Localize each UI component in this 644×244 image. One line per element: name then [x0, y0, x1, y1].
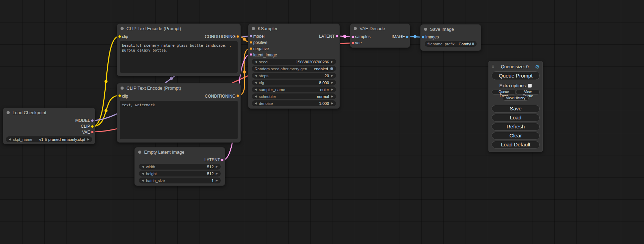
view-queue-button[interactable]: View Queue	[516, 90, 540, 94]
queue-prompt-button[interactable]: Queue Prompt	[492, 71, 540, 80]
node-title-bar[interactable]: Empty Latent Image	[135, 147, 225, 156]
pin-clip-output[interactable]	[91, 125, 94, 128]
increment-arrow-icon[interactable]: ▶	[87, 136, 89, 142]
height-widget[interactable]: ◀ height 512 ▶	[139, 171, 221, 177]
increment-arrow-icon[interactable]: ▶	[331, 73, 333, 79]
output-slot-latent: LATENT	[319, 33, 335, 39]
pin-model-input[interactable]	[249, 35, 253, 38]
scheduler-widget[interactable]: ◀ scheduler normal ▶	[252, 93, 336, 99]
pin-latent-output[interactable]	[221, 159, 224, 162]
collapse-dot-icon[interactable]	[7, 111, 10, 114]
drag-handle-icon[interactable]: ⠿	[492, 64, 494, 69]
decrement-arrow-icon[interactable]: ◀	[9, 136, 11, 142]
pin-vae-output[interactable]	[91, 130, 94, 134]
pin-conditioning-output[interactable]	[236, 35, 239, 38]
input-slot-clip: clip	[122, 93, 128, 99]
pin-vae-input[interactable]	[351, 42, 354, 45]
collapse-dot-icon[interactable]	[121, 87, 124, 90]
node-title: Save Image	[430, 27, 454, 32]
widget-name: steps	[259, 74, 268, 78]
node-title-bar[interactable]: Save Image	[421, 25, 481, 34]
denoise-widget[interactable]: ◀ denoise 1.000 ▶	[252, 100, 336, 106]
ckpt-name-widget[interactable]: ◀ ckpt_name v1-5-pruned-emaonly.ckpt ▶	[6, 136, 92, 142]
decrement-arrow-icon[interactable]: ◀	[255, 93, 257, 99]
random-seed-toggle-dot[interactable]	[330, 67, 333, 70]
save-button[interactable]: Save	[492, 105, 540, 112]
pin-conditioning-output[interactable]	[236, 94, 239, 97]
node-title-bar[interactable]: Load Checkpoint	[3, 108, 95, 117]
pin-images-input[interactable]	[422, 36, 425, 39]
steps-widget[interactable]: ◀ steps 20 ▶	[252, 73, 336, 79]
node-graph-canvas[interactable]: Load Checkpoint MODEL CLIP VAE ◀ ckpt_na…	[0, 0, 644, 244]
collapse-dot-icon[interactable]	[354, 27, 357, 30]
pin-clip-input[interactable]	[118, 35, 121, 38]
view-history-button[interactable]: View History	[503, 96, 529, 101]
extra-options-checkbox[interactable]	[528, 84, 532, 88]
queue-front-button[interactable]: Queue Front	[492, 90, 516, 94]
pin-positive-input[interactable]	[249, 41, 253, 44]
node-clip-text-encode-positive[interactable]: CLIP Text Encode (Prompt) clip CONDITION…	[117, 24, 241, 76]
pin-negative-input[interactable]	[249, 47, 253, 50]
sampler-name-widget[interactable]: ◀ sampler_name euler ▶	[252, 87, 336, 92]
increment-arrow-icon[interactable]: ▶	[216, 171, 218, 177]
pin-clip-input[interactable]	[118, 94, 121, 97]
collapse-dot-icon[interactable]	[121, 27, 124, 30]
input-slot-images: images	[421, 34, 481, 40]
node-load-checkpoint[interactable]: Load Checkpoint MODEL CLIP VAE ◀ ckpt_na…	[3, 108, 95, 144]
refresh-button[interactable]: Refresh	[492, 123, 540, 130]
batch-size-widget[interactable]: ◀ batch_size 1 ▶	[139, 178, 221, 183]
increment-arrow-icon[interactable]: ▶	[331, 87, 333, 92]
slot-row: clip CONDITIONING	[117, 34, 240, 40]
collapse-dot-icon[interactable]	[252, 27, 255, 30]
decrement-arrow-icon[interactable]: ◀	[142, 164, 144, 170]
node-clip-text-encode-negative[interactable]: CLIP Text Encode (Prompt) clip CONDITION…	[117, 83, 241, 143]
decrement-arrow-icon[interactable]: ◀	[255, 80, 257, 85]
node-save-image[interactable]: Save Image images filename_prefix ComfyU…	[420, 24, 481, 51]
pin-image-output[interactable]	[406, 35, 409, 38]
increment-arrow-icon[interactable]: ▶	[216, 178, 218, 183]
pin-samples-input[interactable]	[351, 35, 354, 38]
pin-latent-output[interactable]	[335, 35, 338, 38]
slot-label: CLIP	[81, 124, 90, 129]
decrement-arrow-icon[interactable]: ◀	[255, 100, 257, 106]
load-button[interactable]: Load	[492, 114, 540, 121]
node-title-bar[interactable]: CLIP Text Encode (Prompt)	[117, 24, 240, 33]
seed-widget[interactable]: ◀ seed 156680208700286 ▶	[252, 59, 336, 65]
decrement-arrow-icon[interactable]: ◀	[255, 87, 257, 92]
widget-value: ComfyUI	[459, 42, 474, 46]
node-ksampler[interactable]: KSampler model LATENT positive negative …	[248, 24, 340, 109]
cfg-widget[interactable]: ◀ cfg 8.000 ▶	[252, 80, 336, 85]
node-vae-decode[interactable]: VAE Decode samples IMAGE vae	[350, 24, 410, 48]
load-default-button[interactable]: Load Default	[492, 141, 540, 148]
collapse-dot-icon[interactable]	[424, 28, 427, 31]
decrement-arrow-icon[interactable]: ◀	[255, 73, 257, 79]
positive-prompt-textarea[interactable]: beautiful scenery nature glass bottle la…	[120, 41, 238, 73]
node-title-bar[interactable]: VAE Decode	[350, 24, 410, 33]
decrement-arrow-icon[interactable]: ◀	[142, 171, 144, 177]
output-slot-clip: CLIP	[3, 124, 95, 129]
queue-panel[interactable]: ⠿ Queue size: 0 ⚙ Queue Prompt Extra opt…	[488, 61, 543, 152]
increment-arrow-icon[interactable]: ▶	[331, 100, 333, 106]
random-seed-widget[interactable]: Random seed after every gen enabled	[252, 66, 336, 72]
filename-prefix-widget[interactable]: filename_prefix ComfyUI	[425, 41, 477, 47]
increment-arrow-icon[interactable]: ▶	[331, 93, 333, 99]
clear-button[interactable]: Clear	[492, 132, 540, 139]
slot-label: positive	[253, 40, 267, 45]
pin-model-output[interactable]	[91, 119, 94, 122]
width-widget[interactable]: ◀ width 512 ▶	[139, 164, 221, 170]
collapse-dot-icon[interactable]	[138, 151, 141, 154]
decrement-arrow-icon[interactable]: ◀	[255, 59, 257, 65]
negative-prompt-textarea[interactable]: text, watermark	[120, 101, 238, 139]
pin-latent-image-input[interactable]	[249, 53, 253, 56]
increment-arrow-icon[interactable]: ▶	[331, 80, 333, 85]
node-title: VAE Decode	[360, 26, 385, 31]
widget-name: ckpt_name	[13, 137, 32, 142]
settings-gear-icon[interactable]: ⚙	[535, 64, 540, 69]
node-empty-latent-image[interactable]: Empty Latent Image LATENT ◀ width 512 ▶ …	[134, 147, 225, 186]
node-title-bar[interactable]: KSampler	[248, 24, 339, 33]
increment-arrow-icon[interactable]: ▶	[216, 164, 218, 170]
decrement-arrow-icon[interactable]: ◀	[142, 178, 144, 183]
node-title-bar[interactable]: CLIP Text Encode (Prompt)	[117, 83, 240, 92]
increment-arrow-icon[interactable]: ▶	[331, 59, 333, 65]
slot-row: model LATENT	[248, 33, 339, 39]
